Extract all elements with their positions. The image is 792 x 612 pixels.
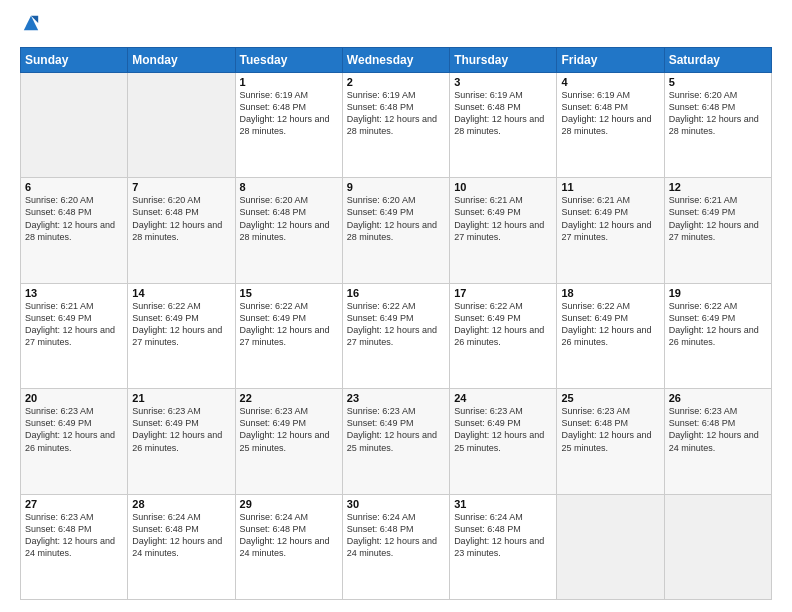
sunrise-label: Sunrise: 6:23 AM <box>561 406 630 416</box>
daylight-label: Daylight: 12 hours and 28 minutes. <box>347 220 437 242</box>
calendar-cell: 18Sunrise: 6:22 AMSunset: 6:49 PMDayligh… <box>557 283 664 388</box>
cell-info: Sunrise: 6:19 AMSunset: 6:48 PMDaylight:… <box>347 89 445 138</box>
sunset-label: Sunset: 6:49 PM <box>669 207 736 217</box>
calendar-week-row: 13Sunrise: 6:21 AMSunset: 6:49 PMDayligh… <box>21 283 772 388</box>
sunrise-label: Sunrise: 6:22 AM <box>669 301 738 311</box>
cell-info: Sunrise: 6:20 AMSunset: 6:48 PMDaylight:… <box>669 89 767 138</box>
day-number: 21 <box>132 392 230 404</box>
day-number: 18 <box>561 287 659 299</box>
cell-info: Sunrise: 6:23 AMSunset: 6:49 PMDaylight:… <box>25 405 123 454</box>
daylight-label: Daylight: 12 hours and 23 minutes. <box>454 536 544 558</box>
day-number: 25 <box>561 392 659 404</box>
sunrise-label: Sunrise: 6:23 AM <box>240 406 309 416</box>
sunrise-label: Sunrise: 6:24 AM <box>240 512 309 522</box>
daylight-label: Daylight: 12 hours and 28 minutes. <box>561 114 651 136</box>
cell-info: Sunrise: 6:24 AMSunset: 6:48 PMDaylight:… <box>240 511 338 560</box>
calendar-table: SundayMondayTuesdayWednesdayThursdayFrid… <box>20 47 772 600</box>
daylight-label: Daylight: 12 hours and 24 minutes. <box>669 430 759 452</box>
cell-info: Sunrise: 6:21 AMSunset: 6:49 PMDaylight:… <box>454 194 552 243</box>
calendar-cell: 29Sunrise: 6:24 AMSunset: 6:48 PMDayligh… <box>235 494 342 599</box>
daylight-label: Daylight: 12 hours and 25 minutes. <box>347 430 437 452</box>
daylight-label: Daylight: 12 hours and 27 minutes. <box>25 325 115 347</box>
day-number: 6 <box>25 181 123 193</box>
calendar-body: 1Sunrise: 6:19 AMSunset: 6:48 PMDaylight… <box>21 72 772 599</box>
daylight-label: Daylight: 12 hours and 27 minutes. <box>454 220 544 242</box>
cell-info: Sunrise: 6:19 AMSunset: 6:48 PMDaylight:… <box>561 89 659 138</box>
day-number: 13 <box>25 287 123 299</box>
calendar-cell: 24Sunrise: 6:23 AMSunset: 6:49 PMDayligh… <box>450 389 557 494</box>
calendar-cell: 9Sunrise: 6:20 AMSunset: 6:49 PMDaylight… <box>342 178 449 283</box>
day-number: 8 <box>240 181 338 193</box>
calendar-week-row: 20Sunrise: 6:23 AMSunset: 6:49 PMDayligh… <box>21 389 772 494</box>
day-number: 14 <box>132 287 230 299</box>
calendar-cell: 12Sunrise: 6:21 AMSunset: 6:49 PMDayligh… <box>664 178 771 283</box>
sunset-label: Sunset: 6:48 PM <box>240 207 307 217</box>
daylight-label: Daylight: 12 hours and 28 minutes. <box>240 114 330 136</box>
calendar-week-row: 1Sunrise: 6:19 AMSunset: 6:48 PMDaylight… <box>21 72 772 177</box>
daylight-label: Daylight: 12 hours and 27 minutes. <box>347 325 437 347</box>
daylight-label: Daylight: 12 hours and 25 minutes. <box>240 430 330 452</box>
cell-info: Sunrise: 6:21 AMSunset: 6:49 PMDaylight:… <box>25 300 123 349</box>
calendar-cell: 22Sunrise: 6:23 AMSunset: 6:49 PMDayligh… <box>235 389 342 494</box>
sunrise-label: Sunrise: 6:22 AM <box>561 301 630 311</box>
calendar-cell: 26Sunrise: 6:23 AMSunset: 6:48 PMDayligh… <box>664 389 771 494</box>
sunset-label: Sunset: 6:48 PM <box>454 524 521 534</box>
sunset-label: Sunset: 6:49 PM <box>132 313 199 323</box>
daylight-label: Daylight: 12 hours and 25 minutes. <box>454 430 544 452</box>
sunrise-label: Sunrise: 6:21 AM <box>669 195 738 205</box>
cell-info: Sunrise: 6:24 AMSunset: 6:48 PMDaylight:… <box>454 511 552 560</box>
sunset-label: Sunset: 6:49 PM <box>561 207 628 217</box>
cell-info: Sunrise: 6:24 AMSunset: 6:48 PMDaylight:… <box>132 511 230 560</box>
calendar-cell: 31Sunrise: 6:24 AMSunset: 6:48 PMDayligh… <box>450 494 557 599</box>
day-number: 11 <box>561 181 659 193</box>
daylight-label: Daylight: 12 hours and 26 minutes. <box>25 430 115 452</box>
sunrise-label: Sunrise: 6:23 AM <box>454 406 523 416</box>
calendar-week-row: 6Sunrise: 6:20 AMSunset: 6:48 PMDaylight… <box>21 178 772 283</box>
day-number: 24 <box>454 392 552 404</box>
sunset-label: Sunset: 6:48 PM <box>669 102 736 112</box>
sunset-label: Sunset: 6:49 PM <box>25 313 92 323</box>
daylight-label: Daylight: 12 hours and 28 minutes. <box>240 220 330 242</box>
day-number: 28 <box>132 498 230 510</box>
calendar-cell: 2Sunrise: 6:19 AMSunset: 6:48 PMDaylight… <box>342 72 449 177</box>
sunrise-label: Sunrise: 6:23 AM <box>25 512 94 522</box>
day-number: 30 <box>347 498 445 510</box>
sunset-label: Sunset: 6:49 PM <box>347 418 414 428</box>
calendar-cell: 14Sunrise: 6:22 AMSunset: 6:49 PMDayligh… <box>128 283 235 388</box>
sunrise-label: Sunrise: 6:22 AM <box>347 301 416 311</box>
calendar-cell: 10Sunrise: 6:21 AMSunset: 6:49 PMDayligh… <box>450 178 557 283</box>
day-number: 17 <box>454 287 552 299</box>
sunset-label: Sunset: 6:49 PM <box>454 313 521 323</box>
daylight-label: Daylight: 12 hours and 24 minutes. <box>240 536 330 558</box>
calendar-cell <box>557 494 664 599</box>
cell-info: Sunrise: 6:21 AMSunset: 6:49 PMDaylight:… <box>669 194 767 243</box>
sunset-label: Sunset: 6:48 PM <box>669 418 736 428</box>
day-number: 26 <box>669 392 767 404</box>
cell-info: Sunrise: 6:22 AMSunset: 6:49 PMDaylight:… <box>454 300 552 349</box>
daylight-label: Daylight: 12 hours and 28 minutes. <box>454 114 544 136</box>
daylight-label: Daylight: 12 hours and 26 minutes. <box>454 325 544 347</box>
daylight-label: Daylight: 12 hours and 26 minutes. <box>132 430 222 452</box>
weekday-header-friday: Friday <box>557 47 664 72</box>
cell-info: Sunrise: 6:23 AMSunset: 6:49 PMDaylight:… <box>454 405 552 454</box>
sunset-label: Sunset: 6:48 PM <box>240 102 307 112</box>
header <box>20 16 772 37</box>
calendar-cell: 5Sunrise: 6:20 AMSunset: 6:48 PMDaylight… <box>664 72 771 177</box>
cell-info: Sunrise: 6:22 AMSunset: 6:49 PMDaylight:… <box>240 300 338 349</box>
calendar-cell: 19Sunrise: 6:22 AMSunset: 6:49 PMDayligh… <box>664 283 771 388</box>
sunrise-label: Sunrise: 6:20 AM <box>347 195 416 205</box>
cell-info: Sunrise: 6:19 AMSunset: 6:48 PMDaylight:… <box>454 89 552 138</box>
daylight-label: Daylight: 12 hours and 24 minutes. <box>25 536 115 558</box>
sunset-label: Sunset: 6:49 PM <box>240 418 307 428</box>
daylight-label: Daylight: 12 hours and 27 minutes. <box>669 220 759 242</box>
calendar-cell: 16Sunrise: 6:22 AMSunset: 6:49 PMDayligh… <box>342 283 449 388</box>
sunrise-label: Sunrise: 6:19 AM <box>561 90 630 100</box>
cell-info: Sunrise: 6:23 AMSunset: 6:48 PMDaylight:… <box>25 511 123 560</box>
sunrise-label: Sunrise: 6:24 AM <box>454 512 523 522</box>
sunset-label: Sunset: 6:49 PM <box>132 418 199 428</box>
cell-info: Sunrise: 6:23 AMSunset: 6:49 PMDaylight:… <box>132 405 230 454</box>
daylight-label: Daylight: 12 hours and 28 minutes. <box>25 220 115 242</box>
cell-info: Sunrise: 6:23 AMSunset: 6:49 PMDaylight:… <box>240 405 338 454</box>
cell-info: Sunrise: 6:20 AMSunset: 6:48 PMDaylight:… <box>25 194 123 243</box>
sunrise-label: Sunrise: 6:19 AM <box>240 90 309 100</box>
